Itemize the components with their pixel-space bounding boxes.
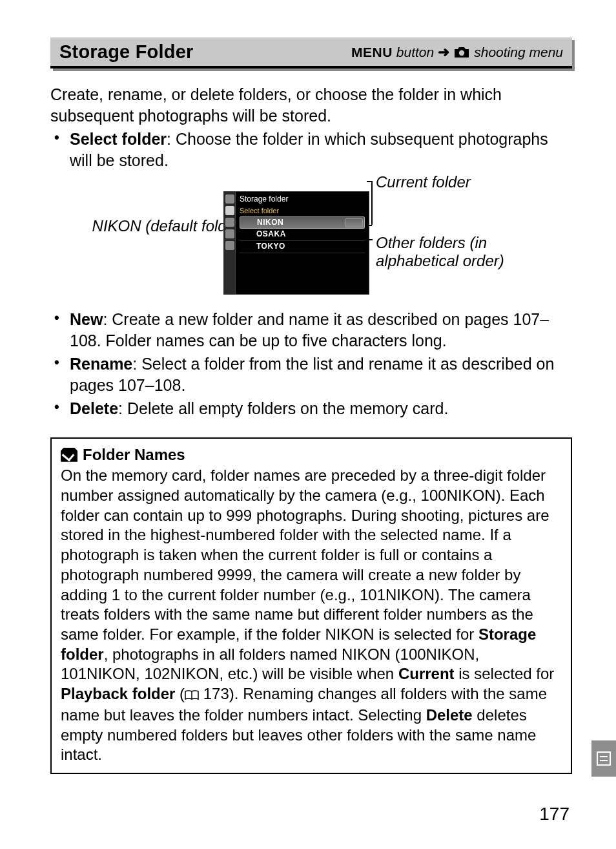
bullet-text: : Select a folder from the list and rena… [70,355,554,394]
label-default-folder: NIKON (default folder) [77,217,245,235]
bullet-new: New: Create a new folder and name it as … [50,309,572,351]
note-icon [61,448,77,462]
note-text: is selected for [455,665,555,682]
option-list: Select folder: Choose the folder in whic… [50,129,572,171]
callout-line [367,181,372,182]
option-list-cont: New: Create a new folder and name it as … [50,309,572,419]
button-word: button [396,43,434,61]
bullet-text: : Create a new folder and name it as des… [70,310,549,350]
page-number: 177 [539,802,570,826]
note-body: On the memory card, folder names are pre… [61,466,562,765]
camera-icon [453,46,470,59]
bullet-label: Select folder [70,130,167,148]
screen-sidebar [224,192,236,294]
note-bold: Playback folder [61,685,175,702]
label-other-folders: Other folders (in alphabetical order) [376,234,544,269]
section-title: Storage Folder [59,40,193,65]
sidebar-icon [225,229,234,238]
bullet-text: : Delete all empty folders on the memory… [118,399,448,417]
sidebar-icon [225,241,234,250]
bullet-rename: Rename: Select a folder from the list an… [50,353,572,395]
menu-path: MENU button ➜ shooting menu [351,43,563,62]
section-header: Storage Folder MENU button ➜ shooting me… [50,37,572,68]
sidebar-icon [225,194,234,204]
folder-row: TOKYO [240,241,365,253]
note-header: Folder Names [61,445,562,465]
note-title: Folder Names [83,445,185,465]
note-text: On the memory card, folder names are pre… [61,466,549,643]
screen-title: Storage folder [240,194,365,205]
callout-line [371,181,373,225]
menu-word: MENU [351,43,393,61]
note-bold: Delete [426,706,473,724]
folder-row: OSAKA [240,229,365,241]
bullet-delete: Delete: Delete all empty folders on the … [50,398,572,419]
screen-subtitle: Select folder [240,206,365,215]
book-icon [185,686,199,706]
side-tab-icon [591,740,616,777]
camera-screen: Storage folder Select folder NIKON OSAKA… [223,191,369,295]
sidebar-icon [225,206,234,215]
bullet-label: Delete [70,399,118,417]
svg-point-0 [459,50,464,56]
sidebar-icon [225,218,234,227]
folder-figure: NIKON (default folder) Current folder Ot… [50,173,572,302]
folder-row-selected: NIKON [240,216,365,229]
label-current-folder: Current folder [376,173,471,191]
menu-trail: shooting menu [474,43,563,61]
note-box: Folder Names On the memory card, folder … [50,437,572,775]
bullet-select-folder: Select folder: Choose the folder in whic… [50,129,572,171]
note-text: ( [175,685,185,702]
bullet-label: Rename [70,355,132,373]
note-bold: Current [398,665,455,682]
screen-main: Storage folder Select folder NIKON OSAKA… [236,192,369,294]
bullet-label: New [70,310,103,328]
intro-text: Create, rename, or delete folders, or ch… [50,84,572,126]
arrow-icon: ➜ [438,43,449,62]
